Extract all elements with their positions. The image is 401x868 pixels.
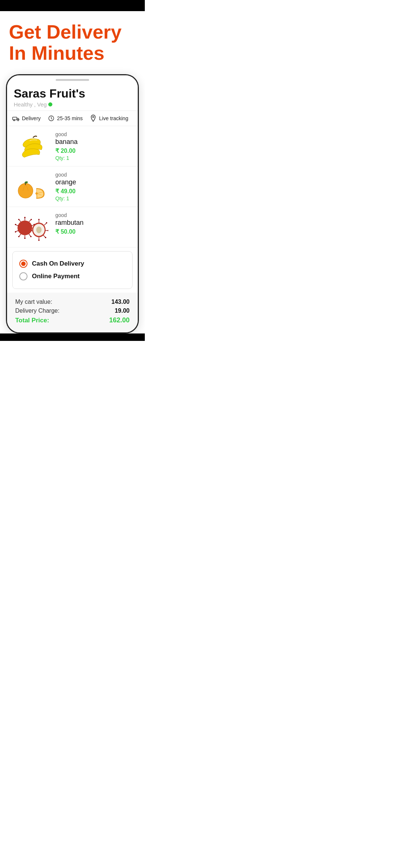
store-header: Saras Fruit's Healthy , Veg: [7, 83, 138, 111]
banana-qty: Qty: 1: [55, 155, 132, 161]
svg-point-6: [20, 185, 32, 197]
store-tags: Healthy , Veg: [14, 101, 131, 108]
store-name: Saras Fruit's: [14, 87, 131, 101]
total-price-label: Total Price:: [15, 317, 49, 324]
veg-dot-icon: [48, 102, 52, 106]
cod-radio[interactable]: [19, 260, 27, 268]
delivery-type-item: Delivery: [12, 115, 48, 122]
svg-point-41: [45, 237, 46, 238]
cart-value-row: My cart value: 143.00: [15, 299, 130, 305]
online-radio[interactable]: [19, 272, 27, 280]
rambutan-name: rambutan: [55, 219, 132, 227]
location-pin-icon: [89, 115, 97, 122]
rambutan-price: ₹ 50.00: [55, 228, 132, 235]
payment-cod[interactable]: Cash On Delivery: [19, 257, 125, 270]
product-item-rambutan: good rambutan ₹ 50.00: [7, 207, 138, 247]
payment-online[interactable]: Online Payment: [19, 270, 125, 283]
svg-line-11: [29, 220, 31, 222]
notch-indicator: [56, 79, 89, 81]
delivery-charge-row: Delivery Charge: 19.00: [15, 308, 130, 314]
svg-point-4: [92, 116, 94, 118]
delivery-charge-amount: 19.00: [115, 308, 130, 314]
cod-radio-fill: [21, 262, 26, 266]
bottom-bar: [0, 333, 145, 341]
svg-point-25: [24, 237, 26, 239]
rambutan-info: good rambutan ₹ 50.00: [55, 212, 132, 235]
delivery-label: Delivery: [22, 115, 41, 121]
svg-point-32: [36, 227, 42, 233]
svg-point-40: [48, 230, 48, 231]
banana-price: ₹ 20.00: [55, 147, 132, 154]
svg-point-29: [18, 219, 20, 220]
status-bar: [0, 0, 145, 11]
cod-label: Cash On Delivery: [32, 260, 84, 267]
svg-point-9: [17, 220, 32, 235]
svg-line-14: [29, 234, 31, 236]
svg-point-38: [38, 219, 40, 220]
product-item-banana: good banana ₹ 20.00 Qty: 1: [7, 126, 138, 167]
online-label: Online Payment: [32, 273, 79, 280]
svg-point-20: [24, 217, 26, 218]
svg-point-8: [36, 193, 38, 194]
store-tag-separator: ,: [34, 101, 36, 108]
total-price-amount: 162.00: [109, 316, 130, 324]
svg-point-26: [18, 236, 20, 237]
orange-price: ₹ 49.00: [55, 188, 132, 195]
phone-notch: [7, 75, 138, 83]
svg-line-16: [19, 234, 21, 236]
banana-quality: good: [55, 131, 132, 137]
orange-name: orange: [55, 178, 132, 186]
svg-rect-0: [13, 117, 17, 120]
hero-section: Get Delivery In Minutes: [0, 11, 145, 70]
store-tag-veg: Veg: [37, 101, 47, 108]
banana-image: [13, 131, 50, 161]
delivery-icon: [12, 115, 20, 122]
svg-point-39: [46, 222, 48, 224]
orange-quality: good: [55, 172, 132, 178]
cart-summary: My cart value: 143.00 Delivery Charge: 1…: [7, 293, 138, 332]
svg-line-17: [16, 230, 19, 231]
product-item-orange: good orange ₹ 49.00 Qty: 1: [7, 167, 138, 207]
payment-section: Cash On Delivery Online Payment: [12, 251, 133, 289]
orange-qty: Qty: 1: [55, 195, 132, 201]
svg-line-19: [19, 220, 21, 222]
rambutan-image: [13, 212, 50, 242]
svg-point-28: [15, 224, 16, 225]
rambutan-quality: good: [55, 212, 132, 218]
svg-point-42: [38, 240, 40, 241]
cart-value-amount: 143.00: [111, 299, 130, 305]
product-list: good banana ₹ 20.00 Qty: 1: [7, 126, 138, 247]
svg-point-21: [30, 219, 32, 220]
delivery-bar: Delivery 25-35 mins Live tracking: [7, 111, 138, 126]
store-tag-healthy: Healthy: [14, 101, 33, 108]
delivery-time: 25-35 mins: [57, 115, 83, 121]
svg-line-34: [44, 223, 46, 225]
hero-title: Get Delivery In Minutes: [9, 22, 136, 64]
phone-mockup: Saras Fruit's Healthy , Veg Delivery: [6, 74, 139, 333]
live-tracking-item: Live tracking: [89, 115, 135, 122]
clock-icon: [48, 115, 55, 122]
svg-point-24: [30, 236, 32, 237]
total-price-row: Total Price: 162.00: [15, 316, 130, 324]
banana-info: good banana ₹ 20.00 Qty: 1: [55, 131, 132, 161]
delivery-charge-label: Delivery Charge:: [15, 308, 59, 314]
orange-image: [13, 172, 50, 201]
svg-point-27: [15, 231, 16, 233]
delivery-time-item: 25-35 mins: [48, 115, 89, 122]
banana-name: banana: [55, 138, 132, 146]
svg-point-2: [17, 120, 19, 121]
cart-value-label: My cart value:: [15, 299, 52, 305]
svg-line-36: [43, 235, 45, 237]
live-tracking-label: Live tracking: [99, 115, 128, 121]
svg-point-1: [13, 120, 14, 121]
orange-info: good orange ₹ 49.00 Qty: 1: [55, 172, 132, 201]
